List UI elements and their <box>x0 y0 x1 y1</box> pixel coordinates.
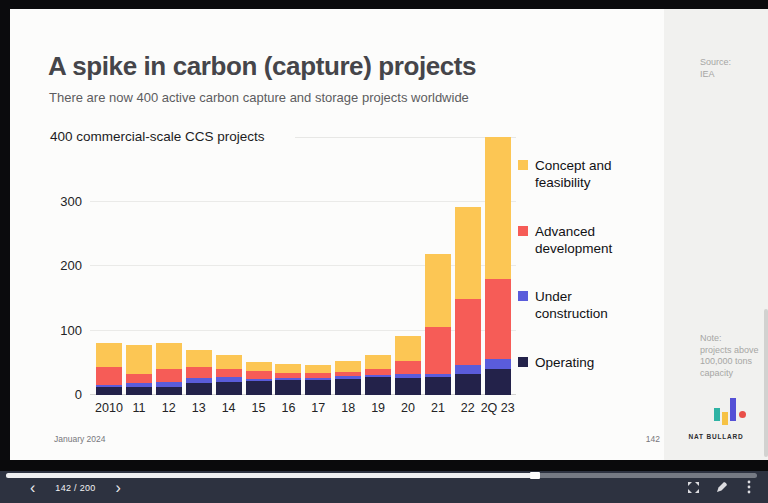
bar-segment-under-construction <box>186 378 212 383</box>
slide-date: January 2024 <box>54 434 106 444</box>
bar-segment-operating <box>156 387 182 395</box>
slide-side-panel: Source: IEA Note: projects above 100,000… <box>664 9 768 460</box>
bar-segment-operating <box>246 381 272 395</box>
y-tick-label: 0 <box>38 387 82 402</box>
bar-segment-under-construction <box>126 383 152 387</box>
bar-segment-advanced-development <box>485 279 511 359</box>
logo-red-dot <box>739 411 746 418</box>
viewer-toolbar: ‹ 142 / 200 › <box>0 471 768 503</box>
more-options-icon[interactable] <box>740 478 758 496</box>
bar-segment-advanced-development <box>96 367 122 384</box>
bar-segment-concept-and-feasibility <box>186 350 212 367</box>
gridline-100 <box>90 330 516 331</box>
bar-segment-advanced-development <box>455 299 481 365</box>
bar-segment-advanced-development <box>216 369 242 377</box>
bar-segment-concept-and-feasibility <box>246 362 272 371</box>
bar-segment-under-construction <box>246 379 272 382</box>
page-indicator: 142 / 200 <box>55 483 95 493</box>
bar-12 <box>156 137 182 395</box>
bar-segment-concept-and-feasibility <box>275 364 301 373</box>
bar-segment-concept-and-feasibility <box>365 355 391 369</box>
source-label: Source: <box>700 57 731 67</box>
bar-segment-concept-and-feasibility <box>126 345 152 374</box>
bar-segment-concept-and-feasibility <box>395 336 421 361</box>
bar-segment-advanced-development <box>186 367 212 378</box>
logo-teal-bar <box>714 408 720 421</box>
bar-segment-under-construction <box>96 385 122 388</box>
bar-segment-advanced-development <box>275 373 301 378</box>
bar-segment-operating <box>216 382 242 395</box>
bar-segment-under-construction <box>425 374 451 377</box>
next-page-button[interactable]: › <box>112 481 125 495</box>
annotate-pen-icon[interactable] <box>712 478 730 496</box>
fit-to-screen-icon[interactable] <box>684 478 702 496</box>
logo-yellow-bar <box>722 412 728 425</box>
x-tick-label: 2Q 23 <box>476 401 520 415</box>
capacity-note: Note: projects above 100,000 tons capaci… <box>700 333 759 379</box>
source-note: Source: IEA <box>700 57 731 80</box>
bar-2010 <box>96 137 122 395</box>
horizontal-scrollbar[interactable] <box>6 473 757 478</box>
bar-segment-under-construction <box>275 378 301 380</box>
bar-segment-advanced-development <box>246 371 272 379</box>
legend-swatch-icon <box>518 226 528 236</box>
logo-indigo-bar <box>730 398 736 421</box>
vertical-scrollbar[interactable] <box>764 309 768 457</box>
bar-segment-concept-and-feasibility <box>216 355 242 369</box>
legend-label: Operating <box>535 354 640 371</box>
bar-segment-operating <box>425 377 451 395</box>
source-value: IEA <box>700 69 715 79</box>
chart-legend: Concept and feasibilityAdvanced developm… <box>518 157 654 419</box>
scrollbar-thumb[interactable] <box>530 472 540 479</box>
bar-11 <box>126 137 152 395</box>
bar-17 <box>305 137 331 395</box>
legend-label: Under construction <box>535 288 640 322</box>
bar-segment-advanced-development <box>335 372 361 376</box>
bar-segment-under-construction <box>335 376 361 379</box>
plot-area: 010020030020101112131415161718192021222Q… <box>10 137 516 395</box>
y-tick-label: 200 <box>38 258 82 273</box>
note-line: 100,000 tons <box>700 356 752 366</box>
bar-segment-concept-and-feasibility <box>455 207 481 299</box>
slide-title: A spike in carbon (capture) projects <box>48 51 476 82</box>
bar-segment-under-construction <box>485 359 511 369</box>
bar-2q-23 <box>485 137 511 395</box>
bar-segment-under-construction <box>395 374 421 377</box>
bar-segment-concept-and-feasibility <box>305 365 331 373</box>
note-line: projects above <box>700 345 759 355</box>
legend-label: Advanced development <box>535 223 640 257</box>
bar-segment-under-construction <box>156 382 182 387</box>
legend-label: Concept and feasibility <box>535 157 640 191</box>
slide-page-number: 142 <box>610 434 660 444</box>
bar-segment-advanced-development <box>395 361 421 375</box>
gridline-200 <box>90 265 516 266</box>
legend-item: Under construction <box>518 288 654 354</box>
legend-swatch-icon <box>518 291 528 301</box>
bar-13 <box>186 137 212 395</box>
bar-segment-operating <box>455 374 481 395</box>
legend-item: Advanced development <box>518 223 654 289</box>
previous-page-button[interactable]: ‹ <box>26 481 39 495</box>
bar-18 <box>335 137 361 395</box>
bar-segment-concept-and-feasibility <box>335 361 361 373</box>
bar-19 <box>365 137 391 395</box>
slide-content: A spike in carbon (capture) projects The… <box>10 9 664 460</box>
bar-segment-concept-and-feasibility <box>485 137 511 279</box>
bar-segment-operating <box>335 379 361 395</box>
bar-segment-advanced-development <box>365 369 391 375</box>
bar-segment-concept-and-feasibility <box>156 343 182 368</box>
note-line: Note: <box>700 333 722 343</box>
gridline-300 <box>90 201 516 202</box>
scrollbar-filled <box>6 473 535 478</box>
bar-segment-advanced-development <box>156 369 182 383</box>
bar-21 <box>425 137 451 395</box>
legend-item: Operating <box>518 354 654 420</box>
bar-15 <box>246 137 272 395</box>
toolbar-right-icons <box>684 478 758 496</box>
bar-segment-operating <box>126 387 152 395</box>
legend-swatch-icon <box>518 160 528 170</box>
y-tick-label: 300 <box>38 194 82 209</box>
slide-page: A spike in carbon (capture) projects The… <box>10 9 768 460</box>
bar-segment-under-construction <box>455 365 481 374</box>
viewer-background-strip <box>0 460 768 471</box>
